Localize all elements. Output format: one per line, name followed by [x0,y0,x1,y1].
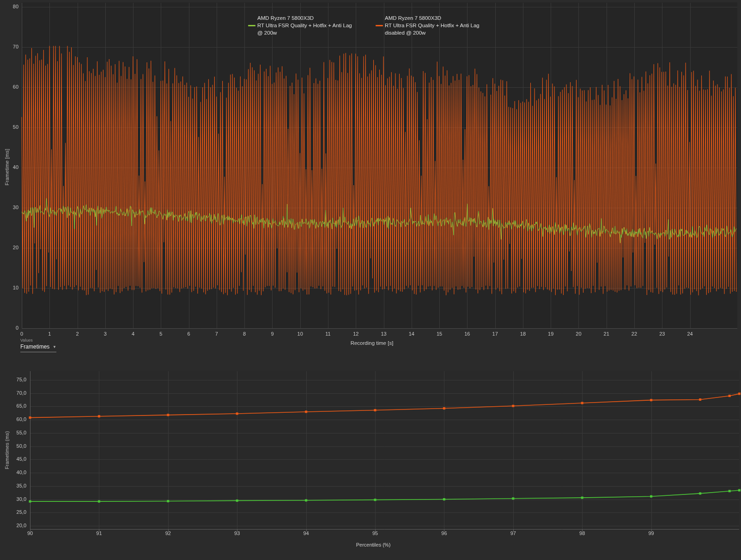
legend-orange-series: AMD Ryzen 7 5800X3D RT Ultra FSR Quality… [376,14,480,36]
legend-settings-text: RT Ultra FSR Quality + Hotfix + Anti Lag [257,22,352,29]
values-dropdown[interactable]: Frametimes ▼ [20,343,56,352]
orange-series-swatch-icon [376,25,383,26]
chevron-down-icon: ▼ [53,345,56,349]
values-panel: Values Frametimes ▼ [20,338,56,352]
legend-power-text: @ 200w [248,29,352,36]
percentile-x-axis-label: Percentiles (%) [356,542,391,548]
green-series-swatch-icon [248,25,255,26]
frametime-x-axis-label: Recording time [s] [351,340,394,346]
percentile-y-axis-label: Frametimes (ms) [4,431,10,469]
values-label: Values [20,338,56,343]
percentile-chart: Frametimes (ms) Percentiles (%) [0,365,741,560]
legend-green-series: AMD Ryzen 7 5800X3D RT Ultra FSR Quality… [248,14,352,36]
legend-cpu-name: AMD Ryzen 7 5800X3D [376,14,480,22]
legend-power-text: disabled @ 200w [376,29,480,36]
values-dropdown-selected: Frametimes [20,343,49,350]
percentile-chart-canvas [0,365,741,560]
frametime-y-axis-label: Frametime [ms] [4,149,10,185]
legend-settings-text: RT Ultra FSR Quality + Hotfix + Anti Lag [385,22,480,29]
frametime-chart: Frametime [ms] Recording time [s] AMD Ry… [0,0,741,350]
legend-cpu-name: AMD Ryzen 7 5800X3D [248,14,352,22]
frametime-chart-canvas [0,0,741,350]
